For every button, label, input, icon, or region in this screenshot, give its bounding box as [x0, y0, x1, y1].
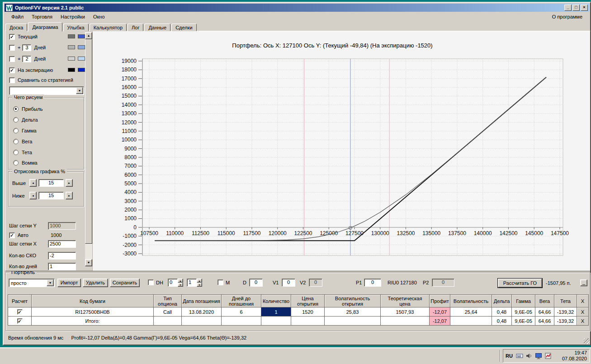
table-cell[interactable]: 64,66: [535, 317, 554, 326]
save-button[interactable]: Сохранить: [110, 279, 140, 287]
current-checkbox[interactable]: ✓: [9, 34, 15, 40]
above-increase-button[interactable]: ►: [66, 179, 73, 187]
spin-up-icon[interactable]: ▲: [197, 279, 202, 283]
import-button[interactable]: Импорт: [57, 279, 81, 287]
table-cell[interactable]: RI127500BH0B: [32, 307, 154, 317]
table-cell[interactable]: [291, 317, 325, 326]
table-cell[interactable]: 64,66: [535, 307, 554, 317]
calc-go-button[interactable]: Рассчитать ГО: [498, 279, 542, 288]
p1-input[interactable]: 0: [364, 279, 381, 287]
close-button[interactable]: ×: [581, 5, 588, 11]
table-cell[interactable]: 1520: [291, 307, 325, 317]
taskbar-clock[interactable]: 19:47 07.08.2020: [562, 350, 587, 362]
delete-button[interactable]: Удалить: [83, 279, 108, 287]
portfolio-combobox[interactable]: просто ▼: [9, 279, 55, 287]
row-checkbox[interactable]: ✓: [17, 318, 23, 324]
table-cell[interactable]: -139,32: [554, 317, 577, 326]
app-status-icon[interactable]: [544, 352, 552, 359]
table-cell[interactable]: 9,6E-05: [512, 307, 535, 317]
table-cell[interactable]: [154, 317, 182, 326]
radio-theta[interactable]: [13, 150, 19, 155]
sidebar-scrollbar[interactable]: ▲ ▼: [85, 32, 92, 266]
tab-diagram[interactable]: Диаграмма: [28, 22, 62, 32]
strategy-combobox[interactable]: ▼: [9, 86, 84, 95]
row-checkbox[interactable]: ✓: [17, 309, 23, 315]
row-check-cell[interactable]: ✓: [8, 317, 32, 326]
table-cell[interactable]: [182, 317, 222, 326]
volume-icon[interactable]: [525, 352, 533, 359]
menu-about[interactable]: О программе: [548, 13, 586, 21]
resize-grip[interactable]: [584, 338, 590, 344]
plus2-days-input[interactable]: 2: [22, 56, 31, 62]
sko-count-input[interactable]: -2: [48, 252, 76, 260]
table-cell[interactable]: Call: [154, 307, 182, 317]
minimize-button[interactable]: _: [564, 5, 572, 11]
radio-delta[interactable]: [13, 117, 19, 123]
plus3-checkbox[interactable]: [9, 45, 15, 51]
spin-up-icon[interactable]: ▲: [178, 279, 183, 283]
dh-spinner-2-value[interactable]: 1: [187, 279, 197, 287]
table-cell[interactable]: Итого:: [32, 317, 154, 326]
table-cell[interactable]: -12,07: [430, 307, 450, 317]
table-cell[interactable]: 9,6E-05: [512, 317, 535, 326]
above-percent-input[interactable]: 15: [38, 179, 64, 187]
table-cell[interactable]: -139,32: [554, 307, 577, 317]
scrollbar-thumb[interactable]: [85, 39, 92, 244]
v2-input[interactable]: 0: [309, 279, 322, 287]
below-increase-button[interactable]: ►: [66, 192, 73, 199]
table-cell[interactable]: 6: [222, 307, 261, 317]
d-input[interactable]: 0: [249, 279, 263, 287]
spin-down-icon[interactable]: ▼: [197, 283, 202, 287]
table-cell[interactable]: 1507,93: [381, 307, 430, 317]
tab-calculator[interactable]: Калькулятор: [90, 24, 127, 31]
radio-gamma[interactable]: [13, 128, 19, 133]
menu-trading[interactable]: Торговля: [28, 13, 57, 21]
dh-spinner-1-value[interactable]: 0: [168, 279, 178, 287]
p2-input[interactable]: 0: [432, 279, 454, 287]
spin-down-icon[interactable]: ▼: [178, 283, 183, 287]
plus2-checkbox[interactable]: [9, 56, 15, 62]
row-delete-button[interactable]: X: [577, 307, 589, 317]
below-decrease-button[interactable]: ◄: [29, 192, 37, 199]
taskbar[interactable]: RU 19:47 07.08.2020: [0, 347, 591, 364]
table-cell[interactable]: 0,48: [492, 307, 512, 317]
radio-row-profit[interactable]: Прибыль: [13, 106, 43, 112]
tab-smile[interactable]: Улыбка: [63, 24, 89, 31]
tab-deals[interactable]: Сделки: [171, 24, 197, 31]
compare-strategy-checkbox[interactable]: [9, 77, 15, 83]
scroll-up-button[interactable]: ▲: [85, 32, 92, 39]
table-cell[interactable]: [222, 317, 261, 326]
scroll-down-button[interactable]: ▼: [85, 259, 92, 266]
below-percent-input[interactable]: 15: [38, 192, 64, 199]
row-delete-button[interactable]: X: [577, 317, 589, 326]
radio-vega[interactable]: [13, 139, 19, 144]
panel-corner-button[interactable]: _: [580, 279, 587, 286]
table-cell[interactable]: -12,07: [430, 317, 450, 326]
radio-row-vega[interactable]: Вега: [13, 138, 32, 145]
menu-window[interactable]: Окно: [89, 13, 109, 21]
tab-board[interactable]: Доска: [5, 24, 27, 31]
display-icon[interactable]: [535, 352, 542, 359]
maximize-button[interactable]: □: [572, 5, 580, 11]
menu-settings[interactable]: Настройки: [57, 13, 89, 21]
radio-profit[interactable]: [13, 106, 19, 112]
table-cell[interactable]: [381, 317, 430, 326]
tab-log[interactable]: Лог: [128, 24, 143, 31]
plus3-days-input[interactable]: 3: [22, 44, 31, 51]
radio-row-gamma[interactable]: Гамма: [13, 128, 37, 134]
chevron-down-icon[interactable]: ▼: [76, 87, 83, 94]
table-cell[interactable]: 13.08.2020: [182, 307, 222, 317]
language-indicator[interactable]: RU: [506, 353, 513, 359]
v1-input[interactable]: 0: [282, 279, 295, 287]
radio-row-delta[interactable]: Дельта: [13, 117, 38, 123]
radio-vomma[interactable]: [13, 160, 19, 165]
dh-spinner-2[interactable]: 1 ▲ ▼: [187, 279, 202, 287]
table-cell[interactable]: 0,48: [492, 317, 512, 326]
portfolio-chart[interactable]: 1900018000170001600015000140001300012000…: [93, 31, 591, 270]
radio-row-theta[interactable]: Тета: [13, 149, 32, 156]
table-cell[interactable]: [450, 317, 492, 326]
radio-row-vomma[interactable]: Вомма: [13, 160, 38, 166]
dh-checkbox[interactable]: [148, 279, 154, 285]
row-check-cell[interactable]: ✓: [8, 307, 32, 317]
tab-data[interactable]: Данные: [144, 24, 170, 31]
